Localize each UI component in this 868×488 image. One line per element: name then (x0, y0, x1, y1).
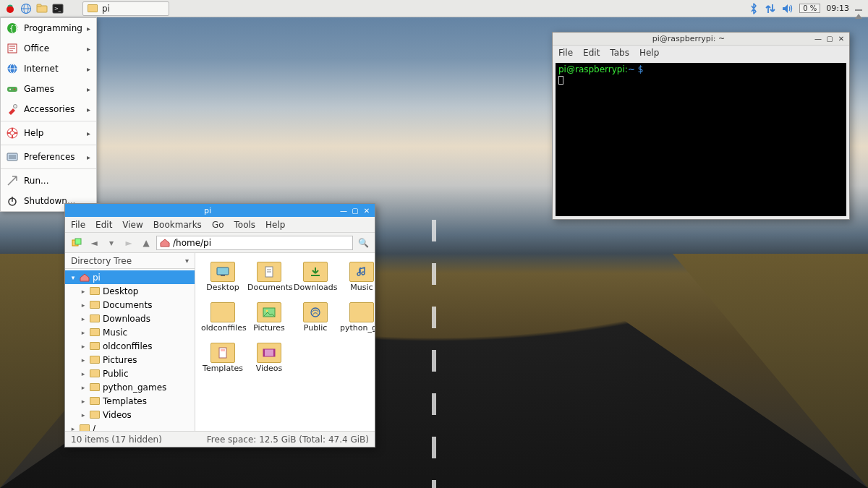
tree-node[interactable]: ▸Public (65, 367, 195, 380)
folder-icon (90, 356, 100, 364)
menu-button[interactable] (3, 1, 17, 16)
system-tray: 0 % 09:13 (743, 3, 868, 14)
clock[interactable]: 09:13 (826, 4, 849, 13)
category-icon (7, 83, 18, 95)
file-manager-icon[interactable] (35, 1, 49, 16)
tree-node[interactable]: ▸Videos (65, 408, 195, 421)
tree-twisty-icon[interactable]: ▾ (69, 274, 77, 281)
minimize-button[interactable]: — (813, 34, 823, 44)
menu-tools[interactable]: Tools (234, 220, 256, 230)
folder-item[interactable]: Videos (247, 340, 291, 376)
tree-twisty-icon[interactable]: ▸ (80, 398, 87, 405)
menu-edit[interactable]: Edit (95, 220, 112, 230)
tree-node-label: Downloads (103, 314, 150, 324)
folder-item[interactable]: python_games (340, 299, 375, 335)
menu-bookmarks[interactable]: Bookmarks (153, 220, 202, 230)
chevron-right-icon: ▸ (87, 106, 90, 114)
tree-twisty-icon[interactable]: ▸ (80, 329, 87, 336)
tree-twisty-icon[interactable]: ▸ (80, 370, 87, 377)
menu-help[interactable]: Help (639, 48, 659, 58)
term-titlebar[interactable]: pi@raspberrypi: ~ — ▢ ✕ (553, 33, 849, 46)
tree-twisty-icon[interactable]: ▸ (80, 411, 87, 419)
new-tab-button[interactable] (69, 236, 84, 250)
network-icon[interactable] (765, 3, 776, 14)
close-button[interactable]: ✕ (362, 205, 372, 215)
menu-help[interactable]: Help (265, 220, 285, 230)
fm-title: pi (78, 206, 337, 215)
folder-item[interactable]: Documents (247, 259, 291, 295)
maximize-button[interactable]: ▢ (350, 205, 360, 215)
browser-icon[interactable] (19, 1, 33, 16)
cpu-monitor[interactable]: 0 % (799, 4, 820, 13)
volume-icon[interactable] (782, 4, 793, 14)
menu-internet[interactable]: Internet▸ (1, 59, 96, 79)
menu-go[interactable]: Go (212, 220, 224, 230)
bluetooth-icon[interactable] (749, 3, 759, 14)
menu-file[interactable]: File (71, 220, 85, 230)
folder-item[interactable]: oldconffiles (201, 299, 244, 335)
menu-item-label: Games (24, 84, 54, 94)
tree-node[interactable]: ▸Downloads (65, 312, 195, 325)
tree-node[interactable]: ▾pi (65, 270, 195, 284)
folder-icon (90, 342, 100, 350)
folder-item[interactable]: Music (340, 259, 375, 295)
tree-twisty-icon[interactable]: ▸ (80, 288, 87, 295)
menu-view[interactable]: View (122, 220, 142, 230)
svg-point-35 (266, 310, 268, 312)
folder-item[interactable]: Pictures (247, 299, 291, 335)
fm-content[interactable]: DesktopDocumentsDownloadsMusicoldconffil… (195, 253, 375, 431)
folder-item[interactable]: Templates (201, 340, 244, 376)
tree-twisty-icon[interactable]: ▸ (80, 356, 87, 364)
nav-up-button[interactable]: ▲ (139, 236, 153, 250)
help-icon (7, 127, 18, 139)
term-screen[interactable]: pi@raspberrypi:~ $ (556, 63, 846, 216)
tree-node[interactable]: ▸Pictures (65, 353, 195, 367)
menu-help[interactable]: Help ▸ (1, 123, 96, 143)
close-button[interactable]: ✕ (836, 34, 846, 44)
path-input[interactable] (173, 238, 349, 248)
tree-twisty-icon[interactable]: ▸ (80, 343, 87, 350)
tree-node[interactable]: ▸Documents (65, 298, 195, 312)
tree-node-label: Templates (103, 396, 147, 406)
menu-preferences[interactable]: Preferences ▸ (1, 147, 96, 167)
eject-icon[interactable] (855, 4, 862, 14)
tree-node[interactable]: ▸oldconffiles (65, 339, 195, 353)
svg-rect-5 (37, 4, 41, 7)
folder-label: Pictures (253, 324, 285, 333)
tree-node[interactable]: ▸Music (65, 325, 195, 339)
tree-node[interactable]: ▸Desktop (65, 284, 195, 298)
menu-file[interactable]: File (558, 48, 573, 58)
maximize-button[interactable]: ▢ (825, 34, 835, 44)
tree-node[interactable]: ▸python_games (65, 380, 195, 394)
fm-titlebar[interactable]: pi — ▢ ✕ (65, 204, 375, 217)
sidebar-header[interactable]: Directory Tree ▾ (65, 253, 195, 269)
menu-run[interactable]: Run... (1, 171, 96, 191)
folder-item[interactable]: Downloads (294, 259, 337, 295)
fm-toolbar: ◄ ▾ ► ▲ 🔍 (65, 233, 375, 253)
path-go-button[interactable]: 🔍 (356, 236, 370, 250)
tree-twisty-icon[interactable]: ▸ (80, 384, 87, 391)
menu-accessories[interactable]: Accessories▸ (1, 99, 96, 119)
menu-office[interactable]: Office▸ (1, 38, 96, 59)
tree-twisty-icon[interactable]: ▸ (80, 315, 87, 322)
quick-launch: >_ (0, 1, 68, 16)
terminal-icon[interactable]: >_ (51, 1, 65, 16)
menu-tabs[interactable]: Tabs (610, 48, 629, 58)
nav-forward-button[interactable]: ► (122, 236, 136, 250)
menu-games[interactable]: Games▸ (1, 79, 96, 99)
svg-point-0 (7, 6, 14, 13)
folder-item[interactable]: Public (294, 299, 337, 335)
nav-back-button[interactable]: ◄ (87, 236, 101, 250)
path-bar[interactable] (156, 236, 353, 250)
svg-text:{}: {} (9, 25, 18, 33)
nav-history-button[interactable]: ▾ (104, 236, 119, 250)
tree-node[interactable]: ▸Templates (65, 394, 195, 408)
tree-twisty-icon[interactable]: ▸ (69, 425, 77, 432)
tree-node[interactable]: ▸/ (65, 421, 195, 431)
taskbar-window-button[interactable]: pi (82, 1, 169, 16)
menu-edit[interactable]: Edit (583, 48, 600, 58)
folder-item[interactable]: Desktop (201, 259, 244, 295)
tree-twisty-icon[interactable]: ▸ (80, 301, 87, 309)
minimize-button[interactable]: — (339, 205, 349, 215)
menu-programming[interactable]: {}Programming▸ (1, 18, 96, 38)
